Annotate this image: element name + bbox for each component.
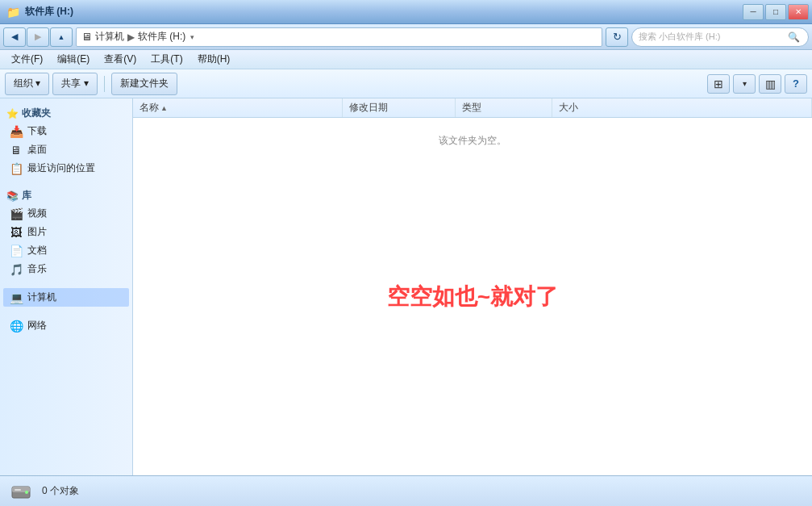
path-drive: 软件库 (H:) [138, 30, 185, 44]
search-box[interactable]: 搜索 小白软件库 (H:) 🔍 [631, 27, 809, 47]
sidebar-favorites-label: 收藏夹 [22, 107, 51, 120]
sidebar-item-network[interactable]: 🌐 网络 [3, 316, 129, 335]
up-button[interactable]: ▲ [50, 27, 73, 47]
status-bar: 0 个对象 [0, 475, 812, 506]
menu-bar: 文件(F) 编辑(E) 查看(V) 工具(T) 帮助(H) [0, 50, 812, 69]
toolbar-right: ⊞ ▾ ▥ ? [707, 74, 807, 94]
col-name-label: 名称 [139, 101, 159, 115]
pictures-icon: 🖼 [10, 226, 23, 239]
recent-icon: 📋 [10, 162, 23, 175]
desktop-icon: 🖥 [10, 144, 23, 157]
window-title: 软件库 (H:) [25, 5, 73, 19]
path-sep1: ▶ [127, 31, 135, 43]
library-icon: 📚 [6, 190, 19, 202]
share-button[interactable]: 共享 ▾ [52, 73, 97, 95]
file-area: 名称 ▲ 修改日期 类型 大小 该文件夹为空。 空空如也~就对了 [133, 98, 812, 475]
maximize-button[interactable]: □ [765, 4, 786, 20]
menu-view[interactable]: 查看(V) [98, 51, 143, 68]
back-button[interactable]: ◀ [3, 27, 26, 47]
title-bar: 📁 软件库 (H:) ─ □ ✕ [0, 0, 812, 24]
downloads-icon: 📥 [10, 125, 23, 138]
center-message: 空空如也~就对了 [387, 282, 558, 312]
sidebar-library-label: 库 [22, 189, 31, 203]
path-root: 🖥 [81, 31, 92, 43]
sidebar-pictures-label: 图片 [27, 225, 47, 239]
file-header: 名称 ▲ 修改日期 类型 大小 [133, 98, 812, 118]
search-button[interactable]: 🔍 [785, 29, 802, 45]
music-icon: 🎵 [10, 263, 23, 276]
sidebar-desktop-label: 桌面 [27, 143, 47, 157]
title-bar-left: 📁 软件库 (H:) [6, 5, 73, 19]
title-controls: ─ □ ✕ [743, 4, 809, 20]
path-dropdown[interactable]: ▾ [190, 33, 194, 41]
col-date-label: 修改日期 [349, 101, 388, 115]
network-icon: 🌐 [10, 320, 23, 332]
sidebar-network-label: 网络 [27, 319, 47, 332]
sidebar: ⭐ 收藏夹 📥 下载 🖥 桌面 📋 最近访问的位置 📚 库 [0, 98, 133, 475]
videos-icon: 🎬 [10, 207, 23, 220]
sidebar-favorites-header[interactable]: ⭐ 收藏夹 [3, 105, 129, 122]
sidebar-computer-section: 💻 计算机 [3, 288, 129, 307]
computer-icon: 💻 [10, 291, 23, 304]
help-button[interactable]: ? [785, 74, 807, 94]
sidebar-item-music[interactable]: 🎵 音乐 [3, 260, 129, 278]
new-folder-button[interactable]: 新建文件夹 [111, 73, 177, 95]
nav-buttons: ◀ ▶ ▲ [3, 27, 73, 47]
sidebar-music-label: 音乐 [27, 262, 47, 276]
col-type-label: 类型 [462, 101, 481, 115]
sidebar-recent-label: 最近访问的位置 [27, 161, 95, 175]
col-name-sort: ▲ [160, 104, 168, 112]
col-size[interactable]: 大小 [552, 98, 812, 117]
sidebar-library-header[interactable]: 📚 库 [3, 187, 129, 204]
sidebar-item-pictures[interactable]: 🖼 图片 [3, 223, 129, 241]
organize-button[interactable]: 组织 ▾ [5, 73, 49, 95]
view-mode-button[interactable]: ⊞ [707, 74, 730, 94]
main-area: ⭐ 收藏夹 📥 下载 🖥 桌面 📋 最近访问的位置 📚 库 [0, 98, 812, 475]
close-button[interactable]: ✕ [788, 4, 809, 20]
window-icon: 📁 [6, 6, 20, 19]
star-icon: ⭐ [6, 108, 19, 119]
sidebar-downloads-label: 下载 [27, 124, 47, 138]
sidebar-network-section: 🌐 网络 [3, 316, 129, 335]
sidebar-videos-label: 视频 [27, 207, 47, 220]
file-content: 该文件夹为空。 空空如也~就对了 [133, 118, 812, 475]
sidebar-favorites-section: ⭐ 收藏夹 📥 下载 🖥 桌面 📋 最近访问的位置 [3, 105, 129, 178]
menu-file[interactable]: 文件(F) [5, 51, 49, 68]
sidebar-item-recent[interactable]: 📋 最近访问的位置 [3, 159, 129, 178]
sidebar-item-videos[interactable]: 🎬 视频 [3, 204, 129, 223]
sidebar-item-downloads[interactable]: 📥 下载 [3, 122, 129, 140]
col-date[interactable]: 修改日期 [343, 98, 456, 117]
svg-point-2 [25, 491, 28, 494]
sidebar-item-docs[interactable]: 📄 文档 [3, 241, 129, 260]
menu-tools[interactable]: 工具(T) [144, 51, 189, 68]
sidebar-item-desktop[interactable]: 🖥 桌面 [3, 140, 129, 159]
sidebar-library-section: 📚 库 🎬 视频 🖼 图片 📄 文档 🎵 音乐 [3, 187, 129, 278]
menu-edit[interactable]: 编辑(E) [51, 51, 96, 68]
forward-button[interactable]: ▶ [27, 27, 49, 47]
svg-rect-3 [15, 489, 21, 491]
col-name[interactable]: 名称 ▲ [133, 98, 343, 117]
col-type[interactable]: 类型 [456, 98, 552, 117]
empty-notice: 该文件夹为空。 [439, 134, 506, 148]
toolbar: 组织 ▾ 共享 ▾ 新建文件夹 ⊞ ▾ ▥ ? [0, 69, 812, 98]
docs-icon: 📄 [10, 245, 23, 257]
preview-pane-button[interactable]: ▥ [759, 74, 781, 94]
path-computer: 计算机 [95, 30, 124, 44]
toolbar-separator [104, 76, 105, 92]
sidebar-computer-label: 计算机 [27, 291, 56, 304]
address-path[interactable]: 🖥 计算机 ▶ 软件库 (H:) ▾ [76, 27, 602, 47]
menu-help[interactable]: 帮助(H) [191, 51, 237, 68]
sidebar-docs-label: 文档 [27, 244, 47, 257]
view-dropdown-button[interactable]: ▾ [733, 74, 756, 94]
search-placeholder: 搜索 小白软件库 (H:) [639, 31, 782, 43]
refresh-button[interactable]: ↻ [606, 27, 628, 47]
minimize-button[interactable]: ─ [743, 4, 764, 20]
col-size-label: 大小 [559, 101, 578, 115]
sidebar-item-computer[interactable]: 💻 计算机 [3, 288, 129, 307]
status-count: 0 个对象 [42, 484, 79, 498]
address-bar: ◀ ▶ ▲ 🖥 计算机 ▶ 软件库 (H:) ▾ ↻ 搜索 小白软件库 (H:)… [0, 24, 812, 50]
status-drive-icon [8, 479, 34, 504]
